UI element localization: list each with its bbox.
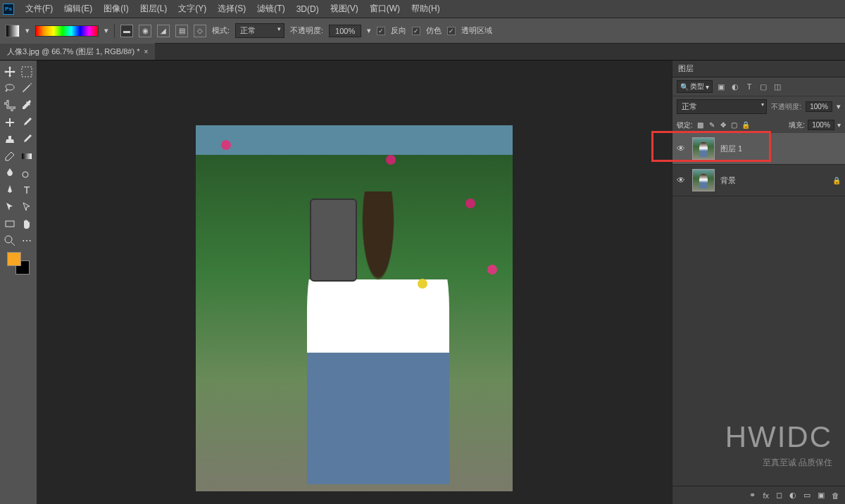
layer-search-type[interactable]: 🔍 类型 ▾ [677, 80, 713, 93]
visibility-toggle[interactable]: 👁 [677, 175, 687, 185]
reverse-checkbox[interactable]: ✓ [377, 27, 385, 35]
layer-fx-icon[interactable]: fx [763, 491, 769, 500]
new-group-icon[interactable]: ▭ [803, 491, 810, 500]
menu-window[interactable]: 窗口(W) [364, 3, 406, 15]
chevron-down-icon[interactable]: ▾ [104, 26, 108, 35]
new-adjustment-icon[interactable]: ◐ [789, 491, 796, 500]
canvas-content [465, 199, 475, 208]
layer-thumbnail[interactable] [692, 169, 715, 191]
link-layers-icon[interactable]: ⚭ [749, 491, 756, 500]
menu-image[interactable]: 图像(I) [98, 3, 134, 15]
options-bar: ▾ ▾ ▬ ◉ ◢ ▤ ◇ 模式: 正常 不透明度: 100% ▾ ✓ 反向 ✓… [0, 18, 845, 44]
gradient-editor[interactable] [35, 25, 99, 37]
fill-label: 填充: [789, 120, 805, 130]
lock-position-icon[interactable]: ✥ [718, 120, 728, 130]
eraser-tool[interactable] [1, 148, 18, 165]
color-swatches[interactable] [7, 252, 30, 275]
filter-pixel-icon[interactable]: ▣ [715, 81, 727, 92]
healing-brush-tool[interactable] [1, 114, 18, 131]
menu-3d[interactable]: 3D(D) [291, 4, 325, 14]
layers-panel-tab[interactable]: 图层 [672, 61, 845, 77]
transparency-checkbox[interactable]: ✓ [447, 27, 456, 35]
svg-rect-2 [9, 118, 11, 127]
path-selection-tool[interactable] [1, 199, 18, 215]
canvas-content [418, 279, 427, 289]
lock-transparent-icon[interactable]: ▩ [696, 120, 706, 130]
new-layer-icon[interactable]: ▣ [818, 491, 825, 500]
layer-name[interactable]: 背景 [720, 175, 827, 186]
diamond-gradient-icon[interactable]: ◇ [194, 25, 206, 37]
crop-tool[interactable] [1, 97, 18, 114]
layer-thumbnail[interactable] [692, 137, 715, 160]
dodge-tool[interactable] [18, 165, 35, 182]
layer-item[interactable]: 👁 图层 1 [672, 133, 845, 165]
layer-item[interactable]: 👁 背景 🔒 [672, 165, 845, 196]
add-mask-icon[interactable]: ◻ [776, 491, 782, 500]
filter-type-icon[interactable]: T [744, 81, 755, 92]
pen-tool[interactable] [1, 182, 18, 199]
foreground-color[interactable] [7, 252, 21, 266]
eyedropper-tool[interactable] [18, 97, 35, 114]
brush-tool[interactable] [18, 114, 35, 131]
lock-icon: 🔒 [832, 177, 841, 184]
edit-toolbar[interactable]: ⋯ [18, 232, 35, 249]
filter-adjust-icon[interactable]: ◐ [730, 81, 741, 92]
gradient-tool[interactable] [18, 148, 35, 165]
delete-layer-icon[interactable]: 🗑 [832, 491, 839, 500]
chevron-down-icon[interactable]: ▾ [837, 121, 841, 129]
document-tab-title: 人像3.jpg @ 66.7% (图层 1, RGB/8#) * [7, 46, 139, 57]
chevron-down-icon: ▾ [706, 83, 709, 91]
gradient-tool-icon[interactable] [6, 25, 20, 37]
chevron-down-icon[interactable]: ▾ [367, 26, 371, 35]
linear-gradient-icon[interactable]: ▬ [120, 25, 133, 37]
dither-checkbox[interactable]: ✓ [412, 27, 420, 35]
lock-all-icon[interactable]: 🔒 [741, 120, 751, 130]
magic-wand-tool[interactable] [18, 80, 35, 97]
angle-gradient-icon[interactable]: ◢ [157, 25, 170, 37]
chevron-down-icon[interactable]: ▾ [837, 102, 841, 111]
opacity-input[interactable]: 100% [329, 25, 361, 37]
layer-opacity-label: 不透明度: [771, 102, 801, 112]
chevron-down-icon[interactable]: ▾ [25, 26, 30, 35]
layer-opacity-input[interactable]: 100% [806, 101, 832, 112]
blend-mode-dropdown[interactable]: 正常 [235, 23, 284, 38]
menu-view[interactable]: 视图(V) [325, 3, 364, 15]
svg-rect-3 [22, 153, 32, 159]
fill-input[interactable]: 100% [808, 120, 834, 130]
reflected-gradient-icon[interactable]: ▤ [175, 25, 188, 37]
document-canvas[interactable] [196, 125, 513, 491]
marquee-tool[interactable] [18, 63, 35, 80]
document-tab[interactable]: 人像3.jpg @ 66.7% (图层 1, RGB/8#) * × [0, 43, 155, 60]
visibility-toggle[interactable]: 👁 [677, 144, 687, 153]
clone-stamp-tool[interactable] [1, 131, 18, 148]
filter-smart-icon[interactable]: ◫ [772, 81, 783, 92]
hand-tool[interactable] [18, 215, 35, 232]
move-tool[interactable] [1, 63, 18, 80]
type-tool[interactable]: T [18, 182, 35, 199]
menu-select[interactable]: 选择(S) [212, 3, 251, 15]
menu-filter[interactable]: 滤镜(T) [251, 3, 290, 15]
rectangle-tool[interactable] [1, 215, 18, 232]
lock-row: 锁定: ▩ ✎ ✥ ▢ 🔒 填充: 100% ▾ [672, 117, 845, 133]
menu-layer[interactable]: 图层(L) [134, 3, 173, 15]
lasso-tool[interactable] [1, 80, 18, 97]
menu-type[interactable]: 文字(Y) [173, 3, 212, 15]
menu-help[interactable]: 帮助(H) [406, 3, 446, 15]
close-icon[interactable]: × [144, 48, 148, 56]
divider [114, 24, 115, 38]
blur-tool[interactable] [1, 165, 18, 182]
layer-name[interactable]: 图层 1 [720, 144, 841, 154]
history-brush-tool[interactable] [18, 131, 35, 148]
direct-selection-tool[interactable] [18, 199, 35, 215]
lock-pixels-icon[interactable]: ✎ [707, 120, 717, 130]
filter-shape-icon[interactable]: ▢ [758, 81, 769, 92]
lock-artboard-icon[interactable]: ▢ [730, 120, 739, 130]
menu-file[interactable]: 文件(F) [20, 3, 58, 15]
zoom-tool[interactable] [1, 232, 18, 249]
radial-gradient-icon[interactable]: ◉ [139, 25, 151, 37]
menu-edit[interactable]: 编辑(E) [58, 3, 98, 15]
layer-blend-mode-dropdown[interactable]: 正常 [677, 99, 767, 114]
canvas-content [386, 155, 396, 165]
transparency-label: 透明区域 [461, 25, 492, 36]
canvas-area[interactable] [37, 61, 672, 504]
